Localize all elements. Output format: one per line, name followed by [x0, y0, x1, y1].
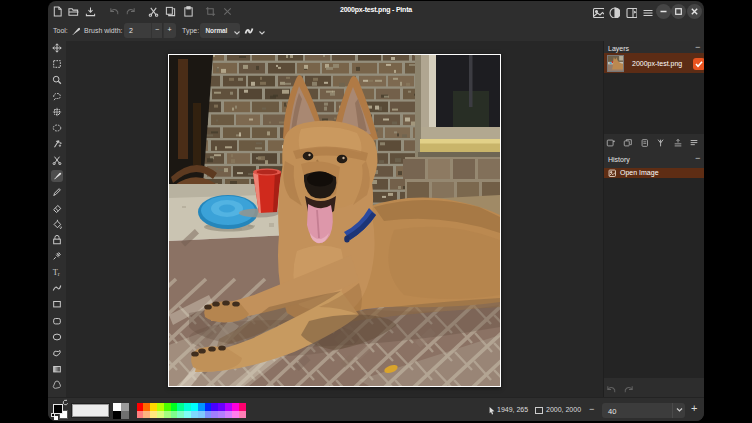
svg-text:r: r [58, 271, 60, 277]
